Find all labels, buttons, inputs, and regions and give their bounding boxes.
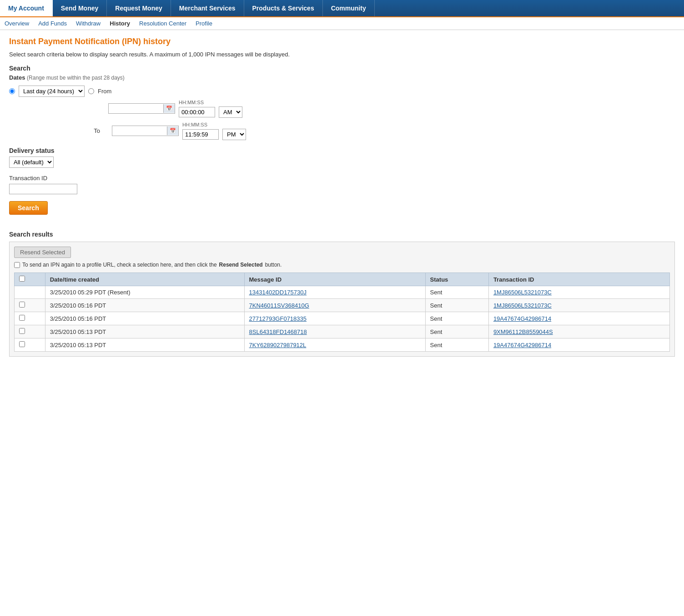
row3-message-id: 27712793GF0718335: [244, 312, 425, 325]
from-row: 📅 HH:MM:SS AM PM: [86, 99, 675, 118]
top-nav-community[interactable]: Community: [323, 0, 375, 16]
to-date-input[interactable]: [112, 126, 167, 136]
row5-datetime: 3/25/2010 05:13 PDT: [45, 338, 244, 352]
row5-checkbox[interactable]: [19, 341, 25, 347]
search-button[interactable]: Search: [9, 201, 48, 215]
to-date-input-wrapper: 📅: [112, 126, 179, 136]
sub-nav-profile[interactable]: Profile: [196, 20, 212, 27]
radio-custom-range[interactable]: [88, 88, 94, 94]
row1-transaction-id-link[interactable]: 1MJ86506L5321073C: [493, 289, 552, 296]
row2-transaction-id: 1MJ86506L5321073C: [488, 299, 669, 312]
row1-transaction-id: 1MJ86506L5321073C: [488, 286, 669, 299]
row1-message-id-link[interactable]: 13431402DD175730J: [249, 289, 307, 296]
sub-nav-history[interactable]: History: [110, 20, 130, 27]
row4-message-id: 8SL64318FD1468718: [244, 325, 425, 338]
top-nav-send-money[interactable]: Send Money: [53, 0, 107, 16]
from-date-input-wrapper: 📅: [108, 103, 175, 114]
row1-message-id: 13431402DD175730J: [244, 286, 425, 299]
resend-note-text-suffix: button.: [265, 262, 282, 268]
sub-nav-resolution-center[interactable]: Resolution Center: [139, 20, 186, 27]
delivery-status-label: Delivery status: [9, 147, 675, 154]
from-ampm-select[interactable]: AM PM: [219, 106, 242, 118]
sub-nav-add-funds[interactable]: Add Funds: [38, 20, 67, 27]
row3-message-id-link[interactable]: 27712793GF0718335: [249, 315, 307, 322]
from-time-input[interactable]: [179, 107, 215, 117]
from-time-label: HH:MM:SS: [179, 100, 204, 105]
results-container: Resend Selected To send an IPN again to …: [9, 242, 675, 357]
resend-note-text-prefix: To send an IPN again to a profile URL, c…: [22, 262, 217, 268]
row3-datetime: 3/25/2010 05:16 PDT: [45, 312, 244, 325]
th-datetime: Date/time created: [45, 273, 244, 286]
to-time-input[interactable]: [182, 129, 219, 140]
row3-status: Sent: [425, 312, 488, 325]
table-row: 3/25/2010 05:13 PDT 7KY6289027987912L Se…: [15, 338, 670, 352]
dates-range-note: (Range must be within the past 28 days): [27, 75, 125, 81]
search-results-section: Search results Resend Selected To send a…: [9, 231, 675, 357]
results-table: Date/time created Message ID Status Tran…: [14, 273, 670, 352]
from-date-input[interactable]: [109, 104, 163, 113]
row5-checkbox-cell: [15, 338, 45, 352]
select-all-checkbox[interactable]: [19, 276, 25, 282]
row2-transaction-id-link[interactable]: 1MJ86506L5321073C: [493, 302, 552, 309]
row5-transaction-id-link[interactable]: 19A47674G42986714: [493, 342, 551, 348]
main-content: Instant Payment Notification (IPN) histo…: [0, 30, 684, 364]
date-picker-row: Last day (24 hours) Last 7 days Last 28 …: [9, 86, 675, 97]
row4-transaction-id-link[interactable]: 9XM96112B8559044S: [493, 328, 553, 335]
sub-nav-overview[interactable]: Overview: [5, 20, 29, 27]
row3-checkbox[interactable]: [19, 315, 25, 321]
top-navigation: My Account Send Money Request Money Merc…: [0, 0, 684, 17]
resend-note-checkbox[interactable]: [14, 262, 20, 268]
row4-status: Sent: [425, 325, 488, 338]
to-ampm-select[interactable]: AM PM: [222, 129, 246, 140]
row2-checkbox[interactable]: [19, 302, 25, 308]
transaction-id-label: Transaction ID: [9, 175, 675, 182]
row3-transaction-id-link[interactable]: 19A47674G42986714: [493, 315, 551, 322]
row5-message-id-link[interactable]: 7KY6289027987912L: [249, 342, 307, 348]
top-nav-request-money[interactable]: Request Money: [107, 0, 171, 16]
resend-note: To send an IPN again to a profile URL, c…: [14, 262, 670, 268]
row5-transaction-id: 19A47674G42986714: [488, 338, 669, 352]
th-message-id: Message ID: [244, 273, 425, 286]
sub-nav-withdraw[interactable]: Withdraw: [76, 20, 101, 27]
top-nav-products-services[interactable]: Products & Services: [244, 0, 323, 16]
resend-selected-button[interactable]: Resend Selected: [14, 247, 71, 258]
row4-datetime: 3/25/2010 05:13 PDT: [45, 325, 244, 338]
dates-label: Dates: [9, 74, 25, 81]
radio-preset[interactable]: [9, 88, 15, 94]
row4-checkbox[interactable]: [19, 328, 25, 334]
delivery-status-select[interactable]: All (default) Sent Failed Pending: [9, 157, 54, 168]
to-time-group: HH:MM:SS: [182, 129, 219, 140]
transaction-id-section: Transaction ID: [9, 175, 675, 194]
delivery-status-section: Delivery status All (default) Sent Faile…: [9, 147, 675, 168]
date-preset-select[interactable]: Last day (24 hours) Last 7 days Last 28 …: [19, 86, 85, 97]
from-to-rows: 📅 HH:MM:SS AM PM To 📅: [86, 99, 675, 140]
row1-checkbox-cell: [15, 286, 45, 299]
row4-message-id-link[interactable]: 8SL64318FD1468718: [249, 328, 307, 335]
top-nav-my-account[interactable]: My Account: [0, 0, 53, 16]
sub-navigation: Overview Add Funds Withdraw History Reso…: [0, 17, 684, 30]
dates-label-row: Dates (Range must be within the past 28 …: [9, 74, 675, 81]
table-row: 3/25/2010 05:16 PDT 7KN46011SV368410G Se…: [15, 299, 670, 312]
to-calendar-icon[interactable]: 📅: [167, 126, 178, 135]
table-row: 3/25/2010 05:16 PDT 27712793GF0718335 Se…: [15, 312, 670, 325]
row2-checkbox-cell: [15, 299, 45, 312]
row2-message-id-link[interactable]: 7KN46011SV368410G: [249, 302, 309, 309]
row1-status: Sent: [425, 286, 488, 299]
table-row: 3/25/2010 05:13 PDT 8SL64318FD1468718 Se…: [15, 325, 670, 338]
row1-datetime: 3/25/2010 05:29 PDT (Resent): [45, 286, 244, 299]
row4-transaction-id: 9XM96112B8559044S: [488, 325, 669, 338]
from-calendar-icon[interactable]: 📅: [163, 104, 175, 113]
from-time-group: HH:MM:SS: [179, 107, 215, 117]
row2-datetime: 3/25/2010 05:16 PDT: [45, 299, 244, 312]
page-description: Select search criteria below to display …: [9, 51, 675, 58]
row2-message-id: 7KN46011SV368410G: [244, 299, 425, 312]
transaction-id-input[interactable]: [9, 184, 77, 194]
to-time-label: HH:MM:SS: [182, 122, 207, 127]
th-transaction-id: Transaction ID: [488, 273, 669, 286]
row5-status: Sent: [425, 338, 488, 352]
row2-status: Sent: [425, 299, 488, 312]
row3-transaction-id: 19A47674G42986714: [488, 312, 669, 325]
top-nav-merchant-services[interactable]: Merchant Services: [171, 0, 244, 16]
search-results-title: Search results: [9, 231, 675, 238]
from-label-inline: From: [98, 88, 111, 95]
